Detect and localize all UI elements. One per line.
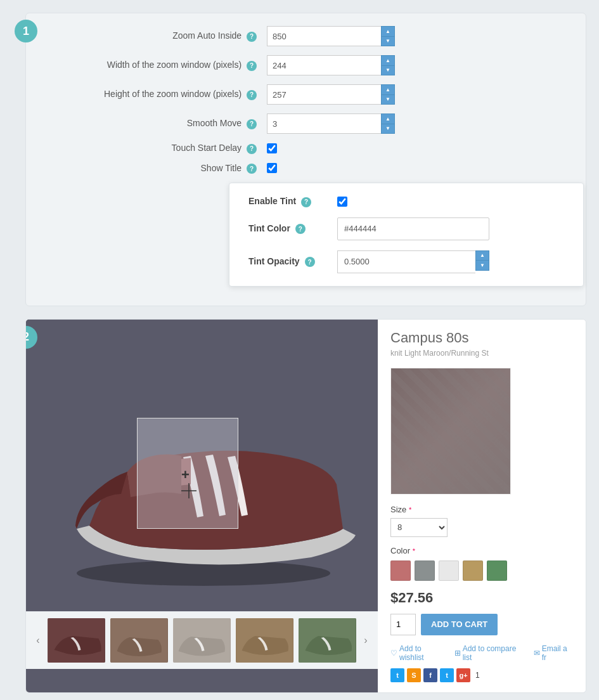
swatch-gray[interactable]	[415, 561, 435, 581]
tint-opacity-input-wrap: ▲ ▼	[337, 250, 489, 273]
show-title-label: Show Title ?	[51, 163, 267, 174]
add-to-cart-button[interactable]: ADD TO CART	[421, 614, 498, 635]
zoom-window-preview	[390, 368, 511, 495]
tint-color-input[interactable]	[337, 217, 489, 240]
thumbnail-4[interactable]	[236, 618, 293, 663]
add-to-wishlist-link[interactable]: ♡ Add to wishlist	[390, 644, 447, 662]
product-preview-panel: 2	[25, 319, 586, 693]
product-title: Campus 80s	[390, 330, 573, 346]
google-button[interactable]: g+	[456, 668, 470, 682]
zoom-height-help-icon[interactable]: ?	[247, 90, 257, 100]
enable-tint-row: Enable Tint ?	[248, 196, 564, 207]
zoom-auto-inside-spinner: ▲ ▼	[381, 26, 395, 46]
tint-overlay	[391, 368, 510, 494]
thumbnail-3[interactable]	[173, 618, 231, 663]
touch-start-delay-checkbox[interactable]	[267, 143, 277, 153]
main-shoe-image[interactable]	[26, 320, 378, 611]
enable-tint-help-icon[interactable]: ?	[301, 197, 311, 207]
tint-color-label: Tint Color ?	[248, 223, 337, 235]
quantity-input[interactable]	[390, 614, 416, 635]
zoom-width-down[interactable]: ▼	[382, 66, 394, 75]
thumb-prev-button[interactable]: ‹	[31, 618, 45, 663]
zoom-width-spinner: ▲ ▼	[381, 55, 395, 75]
smooth-move-row: Smooth Move ? ▲ ▼	[51, 113, 560, 134]
wishlist-row: ♡ Add to wishlist ⊞ Add to compare list …	[390, 644, 573, 662]
add-to-cart-row: ADD TO CART	[390, 614, 573, 635]
tint-opacity-help-icon[interactable]: ?	[305, 257, 315, 267]
tint-opacity-down[interactable]: ▼	[476, 261, 489, 270]
size-required-star: *	[409, 506, 411, 514]
zoom-width-input-wrap: ▲ ▼	[267, 55, 395, 75]
thumbnail-2[interactable]	[110, 618, 168, 663]
step1-badge: 1	[15, 20, 37, 42]
show-title-checkbox[interactable]	[267, 163, 277, 173]
product-image-area: ‹	[26, 320, 378, 692]
zoom-auto-inside-up[interactable]: ▲	[382, 27, 394, 37]
smooth-move-input-wrap: ▲ ▼	[267, 113, 395, 134]
zoom-height-label: Height of the zoom window (pixels) ?	[51, 89, 267, 100]
social-count: 1	[475, 671, 480, 680]
thumbnail-1[interactable]	[48, 618, 105, 663]
compare-icon: ⊞	[454, 649, 461, 658]
color-label: Color *	[390, 546, 573, 555]
add-to-compare-link[interactable]: ⊞ Add to compare list	[454, 644, 526, 662]
touch-start-delay-help-icon[interactable]: ?	[247, 144, 257, 154]
twitter-button[interactable]: t	[440, 668, 454, 682]
swatch-maroon[interactable]	[390, 561, 411, 581]
tint-color-row: Tint Color ?	[248, 217, 564, 240]
size-select[interactable]: 8 9 10 11	[390, 518, 448, 537]
tint-opacity-input[interactable]	[337, 250, 475, 273]
zoom-height-spinner: ▲ ▼	[381, 84, 395, 105]
facebook-button[interactable]: f	[423, 668, 437, 682]
tint-color-help-icon[interactable]: ?	[295, 224, 306, 234]
product-price: $27.56	[390, 590, 573, 606]
tint-popup: Enable Tint ? Tint Color ? Tint Opacity …	[229, 183, 584, 287]
enable-tint-label: Enable Tint ?	[248, 196, 337, 207]
smooth-move-up[interactable]: ▲	[382, 114, 394, 124]
email-friend-link[interactable]: ✉ Email a fr	[534, 644, 573, 662]
zoom-height-up[interactable]: ▲	[382, 85, 394, 95]
zoom-height-down[interactable]: ▼	[382, 95, 394, 105]
thumbnail-5[interactable]	[299, 618, 356, 663]
zoom-auto-inside-input-wrap: ▲ ▼	[267, 26, 395, 46]
heart-icon: ♡	[390, 649, 397, 658]
smooth-move-down[interactable]: ▼	[382, 124, 394, 134]
social-row: t S f t g+ 1	[390, 668, 573, 682]
show-title-help-icon[interactable]: ?	[247, 164, 257, 174]
touch-start-delay-row: Touch Start Delay ?	[51, 143, 560, 154]
crosshair-icon	[181, 467, 194, 479]
smooth-move-help-icon[interactable]: ?	[247, 119, 257, 129]
zoom-auto-inside-input[interactable]	[267, 26, 381, 46]
color-swatches	[390, 561, 573, 581]
show-title-row: Show Title ?	[51, 163, 560, 174]
size-label: Size *	[390, 505, 573, 514]
zoom-width-help-icon[interactable]: ?	[247, 61, 257, 71]
color-required-star: *	[413, 547, 415, 555]
tint-opacity-label: Tint Opacity ?	[248, 256, 337, 268]
swatch-white[interactable]	[439, 561, 459, 581]
smooth-move-spinner: ▲ ▼	[381, 113, 395, 134]
zoom-width-label: Width of the zoom window (pixels) ?	[51, 60, 267, 71]
tumblr-button[interactable]: t	[390, 668, 404, 682]
swatch-green[interactable]	[487, 561, 507, 581]
zoom-lens[interactable]	[137, 418, 238, 529]
smooth-move-input[interactable]	[267, 113, 381, 134]
zoom-width-input[interactable]	[267, 55, 381, 75]
thumbnails-row: ‹	[26, 611, 378, 669]
tint-opacity-up[interactable]: ▲	[476, 251, 489, 261]
zoom-height-input[interactable]	[267, 84, 381, 105]
product-subtitle: knit Light Maroon/Running St	[390, 349, 573, 358]
thumb-next-button[interactable]: ›	[359, 618, 373, 663]
crosshair-svg	[181, 483, 196, 498]
zoom-auto-inside-label: Zoom Auto Inside ?	[51, 30, 267, 42]
zoom-width-up[interactable]: ▲	[382, 56, 394, 66]
swatch-tan[interactable]	[463, 561, 483, 581]
zoom-auto-inside-help-icon[interactable]: ?	[247, 32, 257, 42]
smooth-move-label: Smooth Move ?	[51, 118, 267, 129]
shoe-background	[26, 320, 378, 611]
zoom-height-input-wrap: ▲ ▼	[267, 84, 395, 105]
enable-tint-checkbox[interactable]	[337, 197, 347, 207]
product-info: Campus 80s knit Light Maroon/Running St …	[378, 320, 586, 692]
zoom-auto-inside-down[interactable]: ▼	[382, 37, 394, 46]
stumble-button[interactable]: S	[407, 668, 421, 682]
